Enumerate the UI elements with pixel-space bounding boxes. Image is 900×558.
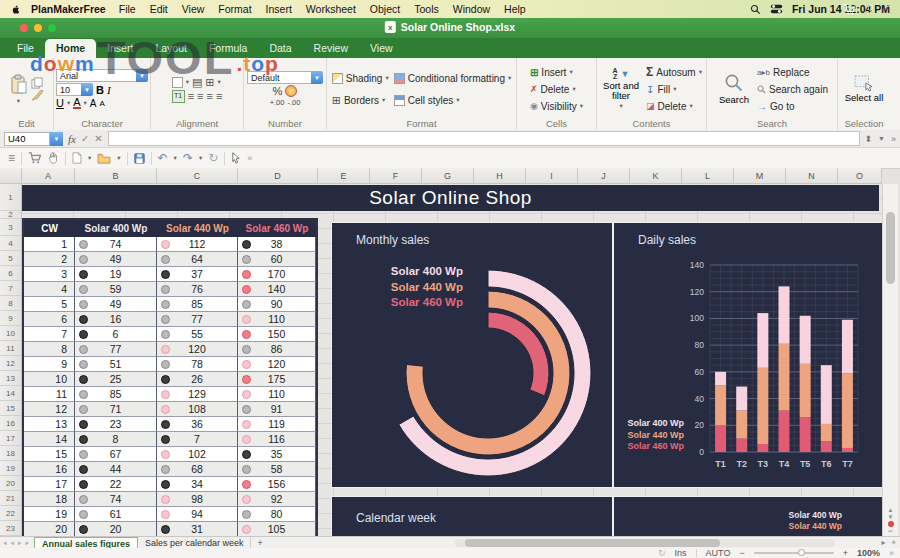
align-center-icon[interactable]: ≡ [197,90,203,102]
wrap-text-icon[interactable]: ▤ [192,76,202,89]
row-header-10[interactable]: 10 [0,326,21,341]
remove-decimal-button[interactable]: -.00 [287,98,300,107]
cell-value[interactable]: 116 [238,432,316,447]
horizontal-scroll-thumb[interactable] [465,539,720,547]
table-row[interactable]: 156710235 [24,447,316,462]
number-format-combo[interactable]: Default▼ [247,71,323,84]
insert-cells-button[interactable]: ⊞Insert▾ [529,65,584,80]
cell-value[interactable]: 71 [75,402,157,417]
cell-cw[interactable]: 9 [24,357,75,372]
chevron-down-icon[interactable]: ▼ [878,135,885,142]
row-header-11[interactable]: 11 [0,341,21,356]
cell-cw[interactable]: 12 [24,402,75,417]
select-all-corner[interactable] [0,168,22,184]
row-header-15[interactable]: 15 [0,401,21,416]
row-header-19[interactable]: 19 [0,461,21,476]
vertical-scroll-thumb[interactable] [886,212,895,284]
cell-value[interactable]: 85 [157,297,238,312]
insert-mode-indicator[interactable]: Ins [675,548,687,558]
tab-insert[interactable]: Insert [96,39,144,58]
cell-value[interactable]: 20 [75,522,157,536]
row-header-6[interactable]: 6 [0,266,21,281]
cell-value[interactable]: 6 [75,327,157,342]
search-again-button[interactable]: Search again [756,82,829,97]
cell-value[interactable]: 119 [238,417,316,432]
cell-value[interactable]: 102 [157,447,238,462]
tab-data[interactable]: Data [258,39,302,58]
cell-cw[interactable]: 5 [24,297,75,312]
cell-cw[interactable]: 18 [24,492,75,507]
menu-item-view[interactable]: View [175,3,212,15]
shading-button[interactable]: Shading▾ [331,71,390,86]
row-header-8[interactable]: 8 [0,296,21,311]
formula-input[interactable] [108,131,860,146]
cell-value[interactable]: 23 [75,417,157,432]
cell-value[interactable]: 78 [157,357,238,372]
cell-value[interactable]: 94 [157,507,238,522]
cell-value[interactable]: 49 [75,297,157,312]
table-row[interactable]: 102526175 [24,372,316,387]
cell-value[interactable]: 98 [157,492,238,507]
close-window-button[interactable] [20,24,28,32]
cell-value[interactable]: 170 [238,267,316,282]
underline-button[interactable]: U [56,97,64,109]
column-header-O[interactable]: O [838,168,882,184]
cell-value[interactable]: 120 [157,342,238,357]
cell-value[interactable]: 150 [238,327,316,342]
tab-formula[interactable]: Formula [198,39,259,58]
chevron-down-icon[interactable]: ▼ [50,132,63,146]
cell-value[interactable]: 90 [238,297,316,312]
chevron-down-icon[interactable]: ▼ [136,69,148,82]
table-row[interactable]: 18749892 [24,492,316,507]
row-header-3[interactable]: 3 [0,219,21,236]
refresh-icon[interactable]: ↻ [658,548,666,558]
cell-cw[interactable]: 14 [24,432,75,447]
cell-value[interactable]: 16 [75,312,157,327]
cell-value[interactable]: 64 [157,252,238,267]
repeat-icon[interactable]: ↻ [208,152,218,164]
redo-dropdown[interactable]: ▾ [199,154,202,162]
tab-review[interactable]: Review [303,39,359,58]
toolbar-overflow-icon[interactable]: » [247,153,252,163]
zoom-slider[interactable] [754,552,834,554]
font-name-combo[interactable]: Arial▼ [56,69,148,82]
row-header-4[interactable]: 4 [0,236,21,251]
row-header-20[interactable]: 20 [0,476,21,491]
table-row[interactable]: 202031105 [24,522,316,536]
menu-item-insert[interactable]: Insert [259,3,299,15]
zoom-level[interactable]: 100% [857,548,880,558]
cell-value[interactable]: 37 [157,267,238,282]
table-row[interactable]: 31937170 [24,267,316,282]
minimize-window-button[interactable] [34,24,42,32]
app-menu[interactable]: PlanMakerFree [31,3,106,15]
cell-value[interactable]: 68 [157,462,238,477]
column-header-G[interactable]: G [422,168,474,184]
cell-value[interactable]: 25 [75,372,157,387]
cell-value[interactable]: 129 [157,387,238,402]
monthly-sales-card[interactable]: Monthly sales Solar 400 WpSolar 440 WpSo… [332,223,612,487]
table-row[interactable]: 7655150 [24,327,316,342]
cell-cw[interactable]: 17 [24,477,75,492]
paste-dropdown[interactable]: ▾ [17,97,20,105]
align-justify-icon[interactable]: ≡ [216,90,222,102]
menu-item-worksheet[interactable]: Worksheet [299,3,363,15]
search-button[interactable]: Search [719,94,749,105]
sheet-canvas[interactable]: Solar Online Shop CWSolar 400 WpSolar 44… [22,184,882,536]
visibility-button[interactable]: ◉Visibility▾ [529,99,584,114]
weekly-sales-card[interactable]: Solar 400 WpSolar 440 Wp [614,497,882,536]
cell-value[interactable]: 140 [238,282,316,297]
row-header-18[interactable]: 18 [0,446,21,461]
cell-value[interactable]: 76 [157,282,238,297]
row-header-16[interactable]: 16 [0,416,21,431]
italic-button[interactable]: I [107,84,111,96]
cell-value[interactable]: 110 [238,312,316,327]
cell-cw[interactable]: 19 [24,507,75,522]
zoom-in-button[interactable]: + [843,548,848,558]
currency-format-icon[interactable] [285,85,297,97]
row-header-12[interactable]: 12 [0,356,21,371]
conditional-formatting-button[interactable]: Conditional formatting▾ [393,71,513,86]
open-dropdown[interactable]: ▾ [117,154,120,162]
status-overflow-icon[interactable]: » [889,548,894,558]
tab-layout[interactable]: Layout [144,39,198,58]
column-header-B[interactable]: B [75,168,157,184]
